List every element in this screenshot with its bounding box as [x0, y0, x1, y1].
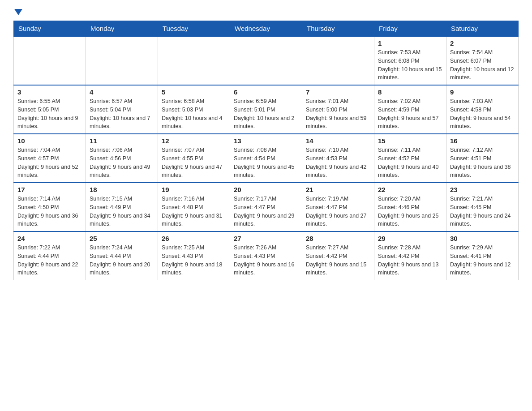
day-cell: 26Sunrise: 7:25 AMSunset: 4:43 PMDayligh… [158, 231, 230, 280]
week-row-4: 17Sunrise: 7:14 AMSunset: 4:50 PMDayligh… [14, 183, 519, 231]
day-detail: Sunrise: 6:57 AMSunset: 5:04 PMDaylight:… [90, 97, 154, 131]
week-row-2: 3Sunrise: 6:55 AMSunset: 5:05 PMDaylight… [14, 85, 519, 134]
day-cell: 10Sunrise: 7:04 AMSunset: 4:57 PMDayligh… [14, 134, 86, 183]
day-number: 17 [17, 186, 82, 193]
day-number: 10 [17, 137, 82, 145]
day-number: 11 [90, 137, 154, 145]
day-number: 18 [90, 186, 154, 193]
day-number: 9 [450, 88, 515, 96]
day-cell: 5Sunrise: 6:58 AMSunset: 5:03 PMDaylight… [158, 85, 230, 134]
day-number: 28 [306, 235, 370, 242]
day-detail: Sunrise: 7:28 AMSunset: 4:42 PMDaylight:… [378, 244, 442, 277]
day-detail: Sunrise: 7:19 AMSunset: 4:47 PMDaylight:… [306, 195, 370, 228]
day-detail: Sunrise: 7:14 AMSunset: 4:50 PMDaylight:… [17, 195, 82, 228]
day-cell: 29Sunrise: 7:28 AMSunset: 4:42 PMDayligh… [374, 231, 446, 280]
day-number: 24 [17, 235, 82, 242]
day-detail: Sunrise: 7:11 AMSunset: 4:52 PMDaylight:… [378, 146, 442, 180]
day-number: 23 [450, 186, 515, 193]
day-detail: Sunrise: 7:27 AMSunset: 4:42 PMDaylight:… [306, 244, 370, 277]
day-detail: Sunrise: 7:20 AMSunset: 4:46 PMDaylight:… [378, 195, 442, 228]
day-cell [86, 36, 158, 85]
day-cell: 2Sunrise: 7:54 AMSunset: 6:07 PMDaylight… [446, 36, 519, 85]
day-cell [302, 36, 374, 85]
day-cell: 9Sunrise: 7:03 AMSunset: 4:58 PMDaylight… [446, 85, 519, 134]
day-detail: Sunrise: 7:06 AMSunset: 4:56 PMDaylight:… [90, 146, 154, 180]
day-detail: Sunrise: 7:17 AMSunset: 4:47 PMDaylight:… [234, 195, 298, 228]
day-cell: 11Sunrise: 7:06 AMSunset: 4:56 PMDayligh… [86, 134, 158, 183]
day-number: 22 [378, 186, 442, 193]
day-cell: 3Sunrise: 6:55 AMSunset: 5:05 PMDaylight… [14, 85, 86, 134]
logo [13, 9, 22, 13]
day-detail: Sunrise: 7:04 AMSunset: 4:57 PMDaylight:… [17, 146, 82, 180]
day-cell: 25Sunrise: 7:24 AMSunset: 4:44 PMDayligh… [86, 231, 158, 280]
day-cell: 19Sunrise: 7:16 AMSunset: 4:48 PMDayligh… [158, 183, 230, 231]
day-cell: 1Sunrise: 7:53 AMSunset: 6:08 PMDaylight… [374, 36, 446, 85]
day-number: 6 [234, 88, 298, 96]
day-number: 16 [450, 137, 515, 145]
day-number: 4 [90, 88, 154, 96]
day-number: 20 [234, 186, 298, 193]
day-number: 5 [162, 88, 226, 96]
day-number: 30 [450, 235, 515, 242]
day-number: 1 [378, 39, 442, 47]
day-detail: Sunrise: 7:15 AMSunset: 4:49 PMDaylight:… [90, 195, 154, 228]
day-cell: 20Sunrise: 7:17 AMSunset: 4:47 PMDayligh… [230, 183, 302, 231]
day-detail: Sunrise: 7:07 AMSunset: 4:55 PMDaylight:… [162, 146, 226, 180]
weekday-header-saturday: Saturday [446, 21, 519, 37]
day-number: 15 [378, 137, 442, 145]
day-cell: 24Sunrise: 7:22 AMSunset: 4:44 PMDayligh… [14, 231, 86, 280]
day-cell [14, 36, 86, 85]
day-detail: Sunrise: 7:08 AMSunset: 4:54 PMDaylight:… [234, 146, 298, 180]
day-number: 25 [90, 235, 154, 242]
day-cell: 16Sunrise: 7:12 AMSunset: 4:51 PMDayligh… [446, 134, 519, 183]
weekday-header-tuesday: Tuesday [158, 21, 230, 37]
day-detail: Sunrise: 7:22 AMSunset: 4:44 PMDaylight:… [17, 244, 82, 277]
day-detail: Sunrise: 7:24 AMSunset: 4:44 PMDaylight:… [90, 244, 154, 277]
day-cell: 14Sunrise: 7:10 AMSunset: 4:53 PMDayligh… [302, 134, 374, 183]
day-cell: 22Sunrise: 7:20 AMSunset: 4:46 PMDayligh… [374, 183, 446, 231]
day-number: 27 [234, 235, 298, 242]
day-cell: 4Sunrise: 6:57 AMSunset: 5:04 PMDaylight… [86, 85, 158, 134]
day-cell: 18Sunrise: 7:15 AMSunset: 4:49 PMDayligh… [86, 183, 158, 231]
day-detail: Sunrise: 7:21 AMSunset: 4:45 PMDaylight:… [450, 195, 515, 228]
day-cell: 12Sunrise: 7:07 AMSunset: 4:55 PMDayligh… [158, 134, 230, 183]
weekday-header-monday: Monday [86, 21, 158, 37]
day-number: 21 [306, 186, 370, 193]
week-row-3: 10Sunrise: 7:04 AMSunset: 4:57 PMDayligh… [14, 134, 519, 183]
day-number: 13 [234, 137, 298, 145]
day-cell [158, 36, 230, 85]
day-cell: 30Sunrise: 7:29 AMSunset: 4:41 PMDayligh… [446, 231, 519, 280]
day-cell: 23Sunrise: 7:21 AMSunset: 4:45 PMDayligh… [446, 183, 519, 231]
day-detail: Sunrise: 7:29 AMSunset: 4:41 PMDaylight:… [450, 244, 515, 277]
day-number: 8 [378, 88, 442, 96]
day-number: 26 [162, 235, 226, 242]
day-number: 12 [162, 137, 226, 145]
day-cell [230, 36, 302, 85]
day-detail: Sunrise: 6:59 AMSunset: 5:01 PMDaylight:… [234, 97, 298, 131]
day-detail: Sunrise: 7:01 AMSunset: 5:00 PMDaylight:… [306, 97, 370, 131]
calendar-table: SundayMondayTuesdayWednesdayThursdayFrid… [13, 21, 519, 280]
day-cell: 7Sunrise: 7:01 AMSunset: 5:00 PMDaylight… [302, 85, 374, 134]
weekday-header-wednesday: Wednesday [230, 21, 302, 37]
day-number: 19 [162, 186, 226, 193]
day-cell: 27Sunrise: 7:26 AMSunset: 4:43 PMDayligh… [230, 231, 302, 280]
day-detail: Sunrise: 7:26 AMSunset: 4:43 PMDaylight:… [234, 244, 298, 277]
day-cell: 8Sunrise: 7:02 AMSunset: 4:59 PMDaylight… [374, 85, 446, 134]
day-number: 14 [306, 137, 370, 145]
day-detail: Sunrise: 7:25 AMSunset: 4:43 PMDaylight:… [162, 244, 226, 277]
day-cell: 28Sunrise: 7:27 AMSunset: 4:42 PMDayligh… [302, 231, 374, 280]
day-detail: Sunrise: 7:03 AMSunset: 4:58 PMDaylight:… [450, 97, 515, 131]
day-cell: 6Sunrise: 6:59 AMSunset: 5:01 PMDaylight… [230, 85, 302, 134]
weekday-header-thursday: Thursday [302, 21, 374, 37]
weekday-header-sunday: Sunday [14, 21, 86, 37]
day-detail: Sunrise: 7:02 AMSunset: 4:59 PMDaylight:… [378, 97, 442, 131]
day-number: 29 [378, 235, 442, 242]
day-detail: Sunrise: 7:53 AMSunset: 6:08 PMDaylight:… [378, 48, 442, 82]
day-detail: Sunrise: 7:12 AMSunset: 4:51 PMDaylight:… [450, 146, 515, 180]
day-detail: Sunrise: 6:58 AMSunset: 5:03 PMDaylight:… [162, 97, 226, 131]
logo-triangle-icon [14, 9, 22, 15]
weekday-header-row: SundayMondayTuesdayWednesdayThursdayFrid… [14, 21, 519, 37]
day-cell: 13Sunrise: 7:08 AMSunset: 4:54 PMDayligh… [230, 134, 302, 183]
day-detail: Sunrise: 6:55 AMSunset: 5:05 PMDaylight:… [17, 97, 82, 131]
day-number: 7 [306, 88, 370, 96]
